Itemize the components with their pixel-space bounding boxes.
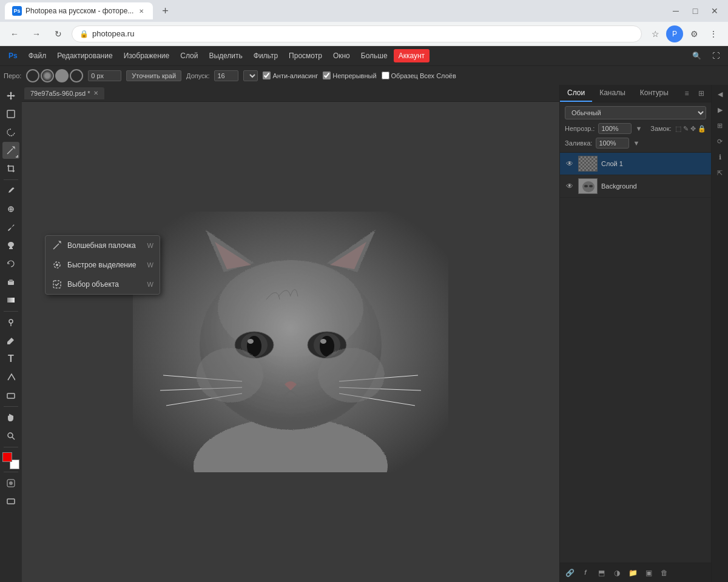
eyedropper-tool-button[interactable] xyxy=(2,182,19,199)
tolerance-input[interactable] xyxy=(214,70,238,81)
menu-file[interactable]: Файл xyxy=(24,49,52,62)
menu-view[interactable]: Просмотр xyxy=(284,49,327,62)
color-swatches[interactable] xyxy=(2,452,19,469)
crop-tool-button[interactable] xyxy=(2,160,19,177)
forward-button[interactable]: → xyxy=(28,25,45,42)
stamp-tool-button[interactable] xyxy=(2,237,19,254)
blend-mode-select[interactable]: Обычный xyxy=(565,106,706,119)
brush-preset-2[interactable] xyxy=(41,69,54,82)
menu-image[interactable]: Изображение xyxy=(119,49,175,62)
heal-tool-button[interactable] xyxy=(2,201,19,218)
sample-all-checkbox[interactable] xyxy=(382,72,389,79)
layer-eye-1[interactable]: 👁 xyxy=(565,159,575,169)
far-right-layers-icon[interactable]: ⊞ xyxy=(713,119,727,132)
lock-pixels-icon[interactable]: ✎ xyxy=(683,125,689,133)
address-bar[interactable]: 🔒 photopea.ru xyxy=(72,25,642,42)
object-select-menu-item[interactable]: Выбор объекта W xyxy=(46,275,160,294)
continuous-checkbox[interactable] xyxy=(323,72,331,79)
layer-eye-bg[interactable]: 👁 xyxy=(565,181,575,191)
search-icon[interactable]: 🔍 xyxy=(687,49,706,62)
panel-menu-icon[interactable]: ≡ xyxy=(681,87,693,99)
far-right-collapse-icon[interactable]: ◀ xyxy=(713,87,727,101)
new-tab-button[interactable]: + xyxy=(157,2,174,19)
far-right-transform-icon[interactable]: ⇱ xyxy=(713,166,727,179)
wand-tool-button[interactable] xyxy=(2,142,19,159)
far-right-expand-icon[interactable]: ▶ xyxy=(713,103,727,116)
menu-layer[interactable]: Слой xyxy=(175,49,203,62)
menu-edit[interactable]: Редактирование xyxy=(52,49,117,62)
channels-tab[interactable]: Каналы xyxy=(592,85,633,102)
lock-transparent-icon[interactable]: ⬚ xyxy=(675,125,681,133)
gradient-tool-button[interactable] xyxy=(2,292,19,309)
canvas-tab-close-button[interactable]: ✕ xyxy=(93,90,98,96)
close-button[interactable]: ✕ xyxy=(706,2,723,19)
fullscreen-icon[interactable]: ⛶ xyxy=(707,49,724,62)
lock-all-icon[interactable]: 🔒 xyxy=(698,125,706,133)
history-brush-button[interactable] xyxy=(2,255,19,272)
dodge-tool-button[interactable] xyxy=(2,314,19,331)
far-right-info-icon[interactable]: ℹ xyxy=(713,150,727,164)
wand-tool-menu-item[interactable]: Волшебная палочка W xyxy=(46,236,160,255)
delete-icon[interactable]: 🗑 xyxy=(658,567,670,579)
fill-dropdown[interactable]: ▼ xyxy=(633,139,639,147)
continuous-label: Непрерывный xyxy=(332,72,376,79)
group-icon[interactable]: ▣ xyxy=(642,567,655,579)
restore-button[interactable]: □ xyxy=(687,2,704,19)
paths-tab[interactable]: Контуры xyxy=(633,85,676,102)
menu-window[interactable]: Окно xyxy=(328,49,355,62)
back-button[interactable]: ← xyxy=(6,25,23,42)
layers-tab[interactable]: Слои xyxy=(560,85,592,102)
shape-tool-button[interactable] xyxy=(2,387,19,404)
opacity-dropdown[interactable]: ▼ xyxy=(635,125,642,132)
text-tool-button[interactable]: T xyxy=(2,350,19,367)
layer-item-background[interactable]: 👁 Background xyxy=(560,175,711,198)
folder-icon[interactable]: 📁 xyxy=(627,567,639,579)
eraser-tool-button[interactable] xyxy=(2,273,19,290)
menu-select[interactable]: Выделить xyxy=(204,49,247,62)
fill-input[interactable] xyxy=(596,138,629,149)
browser-tab[interactable]: Ps Photopea на русском - фоторе... ✕ xyxy=(5,2,153,19)
minimize-button[interactable]: ─ xyxy=(667,2,684,19)
quick-mask-button[interactable] xyxy=(2,475,19,492)
layer-name-bg: Background xyxy=(601,182,706,190)
layer-item-1[interactable]: 👁 Слой 1 xyxy=(560,153,711,175)
move-tool-button[interactable] xyxy=(2,87,19,104)
brush-preset-4[interactable] xyxy=(70,69,83,82)
foreground-color-swatch[interactable] xyxy=(2,452,12,462)
brush-size-input[interactable] xyxy=(88,70,121,81)
pen-tool-button[interactable] xyxy=(2,332,19,349)
brush-preset-1[interactable] xyxy=(26,69,39,82)
menu-button[interactable]: ⋮ xyxy=(705,25,722,42)
extensions-button[interactable]: ⚙ xyxy=(686,25,703,42)
menu-more[interactable]: Больше xyxy=(356,49,393,62)
refine-edge-button[interactable]: Уточнить край xyxy=(126,70,181,81)
bookmark-button[interactable]: ☆ xyxy=(647,25,664,42)
menu-ps-icon[interactable]: Ps xyxy=(4,49,22,62)
effects-icon[interactable]: f xyxy=(579,567,592,579)
screen-mode-button[interactable] xyxy=(2,493,19,510)
adjustment-icon[interactable]: ◑ xyxy=(611,567,623,579)
selection-tool-button[interactable] xyxy=(2,105,19,122)
brush-tool-button[interactable] xyxy=(2,219,19,236)
hand-tool-button[interactable] xyxy=(2,409,19,426)
opacity-input[interactable] xyxy=(598,123,632,134)
path-select-button[interactable] xyxy=(2,369,19,386)
quick-select-menu-item[interactable]: Быстрое выделение W xyxy=(46,255,160,275)
anti-alias-checkbox[interactable] xyxy=(263,72,271,79)
refresh-button[interactable]: ↻ xyxy=(50,25,67,42)
menu-account[interactable]: Аккаунт xyxy=(394,49,430,62)
panel-expand-icon[interactable]: ⊞ xyxy=(695,87,707,99)
mask-icon[interactable]: ⬒ xyxy=(595,567,607,579)
canvas-tab[interactable]: 79e97a5s-960.psd * ✕ xyxy=(24,87,104,99)
brush-preset-3[interactable] xyxy=(55,69,69,82)
lock-position-icon[interactable]: ✥ xyxy=(690,125,696,133)
link-icon[interactable]: 🔗 xyxy=(564,567,576,579)
tolerance-select[interactable]: ▼ xyxy=(243,70,258,81)
lasso-tool-button[interactable] xyxy=(2,124,19,141)
zoom-tool-button[interactable] xyxy=(2,427,19,444)
far-right-history-icon[interactable]: ⟳ xyxy=(713,135,727,148)
menu-filter[interactable]: Фильтр xyxy=(249,49,283,62)
profile-button[interactable]: P xyxy=(666,25,683,42)
tab-close-button[interactable]: ✕ xyxy=(137,7,146,15)
canvas-image[interactable] xyxy=(133,212,448,472)
